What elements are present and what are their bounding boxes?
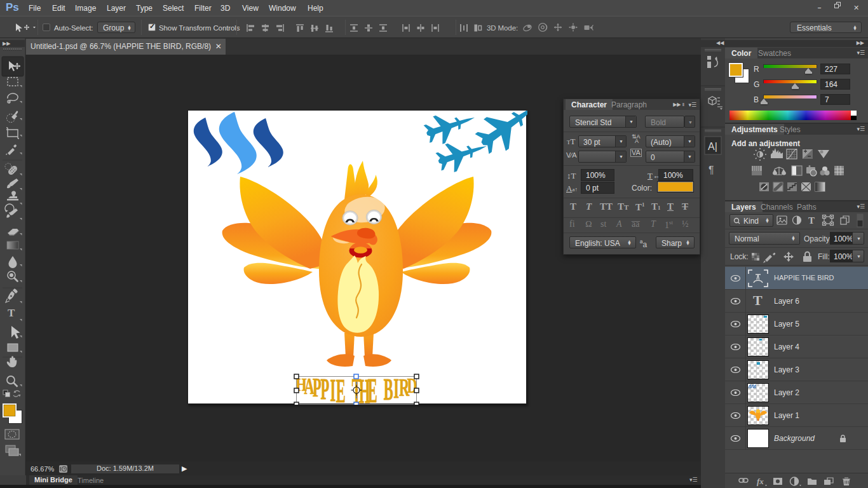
svg-text:P: P	[321, 372, 330, 405]
svg-text:A|: A|	[708, 141, 717, 152]
svg-text:¶: ¶	[709, 165, 714, 175]
svg-text:T: T	[808, 215, 815, 226]
svg-text:I: I	[330, 372, 336, 405]
svg-text:E: E	[336, 372, 346, 405]
svg-text:fx: fx	[757, 477, 764, 486]
svg-text:T: T	[8, 307, 15, 319]
svg-text:B: B	[384, 372, 393, 405]
svg-text:I: I	[393, 373, 399, 404]
